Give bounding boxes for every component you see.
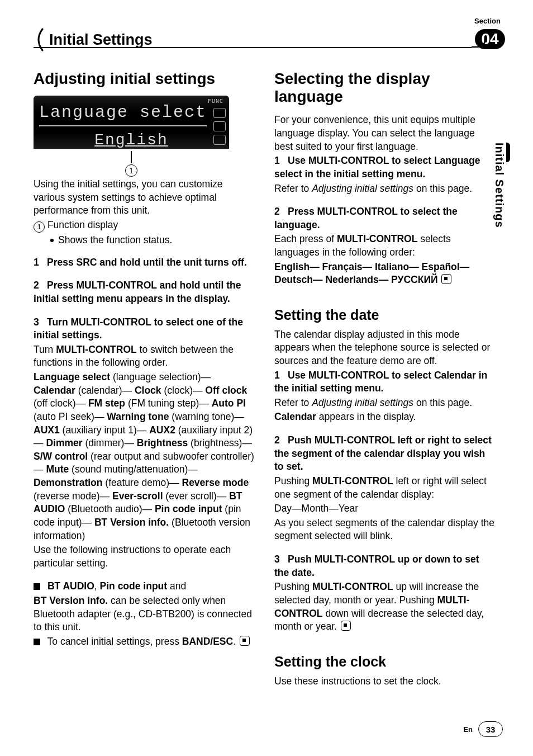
note-1: BT AUDIO, Pin code input and: [34, 580, 254, 593]
date-step2-body: Pushing MULTI-CONTROL left or right will…: [274, 475, 495, 501]
date-step2-blink: As you select segments of the calendar d…: [274, 517, 495, 543]
footer-lang: En: [463, 725, 473, 734]
heading-clock: Setting the clock: [274, 653, 495, 672]
step-1-head: 1Press SRC and hold until the unit turns…: [34, 256, 254, 270]
lcd-icon: [213, 108, 226, 118]
heading-date: Setting the date: [274, 306, 495, 325]
callout-number: 1: [125, 164, 137, 177]
lang-step2-head: 2Press MULTI-CONTROL to select the langu…: [274, 205, 495, 231]
header-title: Initial Settings: [49, 31, 153, 49]
footer: En 33: [463, 721, 503, 737]
step-3-body1: Turn MULTI-CONTROL to switch between the…: [34, 343, 254, 370]
lang-step2-body: Each press of MULTI-CONTROL selects lang…: [274, 233, 495, 259]
lang-intro: For your convenience, this unit equips m…: [274, 114, 495, 153]
date-step2-head: 2Push MULTI-CONTROL left or right to sel…: [274, 434, 495, 474]
lcd-line1: Language select: [39, 101, 207, 126]
date-step1-body: Refer to Adjusting initial settings on t…: [274, 396, 495, 410]
date-step3-head: 3Push MULTI-CONTROL up or down to set th…: [274, 553, 495, 579]
note-2: To cancel initial settings, press BAND/E…: [34, 635, 254, 649]
header: Section 04 Initial Settings: [34, 17, 505, 48]
step-3-head: 3Turn MULTI-CONTROL to select one of the…: [34, 316, 254, 342]
side-tab-label: Initial Settings: [493, 143, 506, 228]
side-tab-nub-icon: [506, 143, 510, 162]
date-step3-body: Pushing MULTI-CONTROL up will increase t…: [274, 580, 495, 634]
callout-line-icon: [131, 151, 132, 163]
square-bullet-icon: [34, 583, 40, 590]
heading-adjusting: Adjusting initial settings: [34, 70, 254, 88]
intro-text: Using the initial settings, you can cust…: [34, 178, 254, 218]
header-curve-icon: [472, 39, 488, 56]
lcd-line2: English: [39, 130, 223, 149]
date-step2-dmy: Day—Month—Year: [274, 502, 495, 516]
function-display-sub: Shows the function status.: [34, 234, 254, 247]
display-figure: FUNC Language select English 1: [34, 96, 229, 177]
note-1-line2: BT Version info. can be selected only wh…: [34, 594, 254, 634]
lcd-icon: [213, 135, 226, 145]
end-section-icon: [341, 621, 351, 631]
settings-sequence: Language select (language selection)— Ca…: [34, 371, 254, 542]
side-tab: Initial Settings: [493, 143, 506, 288]
step-3-after: Use the following instructions to operat…: [34, 544, 254, 570]
heading-language: Selecting the display language: [274, 70, 495, 106]
step-2-head: 2Press MULTI-CONTROL and hold until the …: [34, 279, 254, 305]
date-intro: The calendar display adjusted in this mo…: [274, 328, 495, 368]
lcd-func-label: FUNC: [208, 98, 223, 106]
lang-order: English— Français— Italiano— Español— De…: [274, 261, 495, 287]
clock-intro: Use these instructions to set the clock.: [274, 675, 495, 688]
section-label: Section: [474, 17, 501, 25]
date-step1-body2: Calendar appears in the display.: [274, 410, 495, 424]
footer-page: 33: [478, 721, 503, 737]
lcd-screen: FUNC Language select English: [34, 96, 229, 149]
bullet-icon: [50, 239, 54, 242]
function-display-label: Function display: [47, 219, 118, 230]
date-step1-head: 1Use MULTI-CONTROL to select Calendar in…: [274, 369, 495, 395]
circled-one-icon: 1: [34, 221, 45, 233]
left-column: Adjusting initial settings FUNC Language…: [34, 70, 254, 689]
end-section-icon: [240, 636, 250, 646]
lcd-icon: [213, 121, 226, 131]
lcd-side-icons: [213, 108, 226, 145]
right-column: Selecting the display language For your …: [274, 70, 495, 689]
square-bullet-icon: [34, 639, 40, 645]
header-rule: [34, 47, 472, 48]
lang-step1-head: 1Use MULTI-CONTROL to select Language se…: [274, 154, 495, 181]
function-display-line: 1 Function display: [34, 219, 254, 233]
end-section-icon: [441, 274, 451, 284]
lang-step1-body: Refer to Adjusting initial settings on t…: [274, 182, 495, 196]
